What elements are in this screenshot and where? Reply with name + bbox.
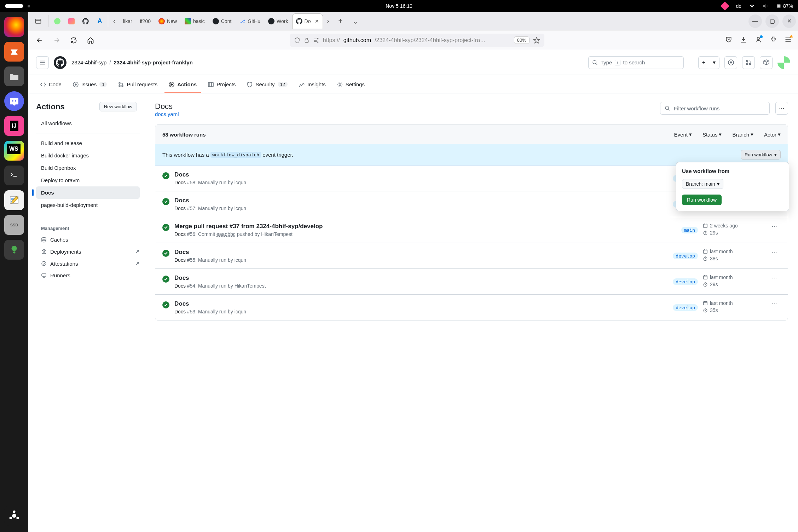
nav-code[interactable]: Code — [36, 78, 66, 93]
dock-trash[interactable] — [4, 240, 24, 260]
tab-scroll-left[interactable]: ‹ — [110, 17, 119, 25]
mgmt-caches[interactable]: Caches — [36, 234, 145, 245]
filter-branch[interactable]: Branch ▾ — [732, 131, 753, 138]
run-row[interactable]: Docs Docs #55: Manually run by icqun dev… — [155, 243, 788, 269]
new-tab-button[interactable]: + — [333, 14, 347, 28]
run-menu-button[interactable]: ⋯ — [768, 300, 781, 307]
back-button[interactable] — [35, 35, 45, 45]
pocket-icon[interactable] — [725, 36, 732, 45]
downloads-icon[interactable] — [740, 36, 747, 45]
nav-settings[interactable]: Settings — [333, 78, 369, 93]
filter-event[interactable]: Event ▾ — [674, 131, 692, 138]
window-minimize[interactable]: — — [748, 15, 762, 28]
filter-status[interactable]: Status ▾ — [702, 131, 722, 138]
nav-actions[interactable]: Actions — [164, 78, 201, 93]
workflow-yaml-link[interactable]: docs.yaml — [155, 111, 179, 117]
hamburger-menu[interactable] — [36, 56, 49, 69]
sidebar-toggle-icon[interactable] — [30, 13, 46, 29]
tab-scroll-right[interactable]: › — [323, 17, 332, 25]
pinned-tab-1[interactable] — [51, 14, 64, 29]
branch-tag[interactable]: develop — [673, 278, 698, 285]
volume-muted-icon[interactable] — [763, 3, 768, 9]
workflow-menu-button[interactable]: ⋯ — [775, 102, 788, 115]
nav-issues[interactable]: Issues1 — [69, 78, 111, 93]
nav-security[interactable]: Security12 — [243, 78, 292, 93]
clock[interactable]: Nov 5 16:10 — [386, 3, 412, 9]
pinned-tab-2[interactable] — [65, 14, 78, 29]
tab-3[interactable]: basic — [181, 14, 208, 29]
github-logo[interactable] — [54, 56, 66, 69]
mgmt-deployments[interactable]: Deployments↗ — [36, 245, 145, 258]
account-icon[interactable] — [755, 36, 762, 45]
dock-ubuntu-software[interactable] — [4, 42, 24, 62]
app-indicator-icon[interactable] — [721, 1, 729, 10]
battery-indicator[interactable]: 87% — [776, 3, 793, 9]
tab-4[interactable]: Cont — [209, 14, 235, 29]
activities-pill[interactable] — [5, 4, 23, 8]
run-row[interactable]: Docs Docs #53: Manually run by icqun dev… — [155, 295, 788, 320]
branch-tag[interactable]: develop — [673, 304, 698, 311]
sidebar-wf-3[interactable]: Deploy to oravm — [36, 174, 140, 186]
run-workflow-dropdown-button[interactable]: Run workflow ▾ — [741, 150, 781, 160]
reload-button[interactable] — [69, 35, 79, 45]
sidebar-wf-2[interactable]: Build Openbox — [36, 162, 140, 174]
branch-tag[interactable]: main — [681, 227, 698, 233]
filter-runs-input[interactable]: Filter workflow runs — [660, 102, 770, 115]
new-workflow-button[interactable]: New workflow — [99, 102, 137, 111]
close-tab-icon[interactable]: ✕ — [315, 18, 319, 24]
app-menu-icon[interactable] — [785, 36, 792, 45]
issues-tray-icon[interactable] — [724, 56, 737, 69]
run-row[interactable]: Merge pull request #37 from 2324-4bhif-s… — [155, 217, 788, 243]
nav-insights[interactable]: Insights — [295, 78, 330, 93]
run-menu-button[interactable]: ⋯ — [768, 249, 781, 255]
dock-intellij[interactable]: IJ — [4, 116, 24, 136]
tab-1[interactable]: if200 — [137, 14, 154, 29]
window-close[interactable]: ✕ — [782, 15, 796, 28]
notifications-icon[interactable] — [760, 56, 773, 69]
filter-actor[interactable]: Actor ▾ — [764, 131, 781, 138]
bookmark-star-icon[interactable] — [533, 37, 540, 44]
sidebar-wf-4[interactable]: Docs — [36, 186, 140, 199]
pinned-tab-3[interactable] — [79, 14, 92, 29]
dock-discord[interactable] — [4, 91, 24, 111]
tab-6[interactable]: Work — [265, 14, 291, 29]
global-search[interactable]: Type / to search — [588, 56, 684, 69]
mgmt-runners[interactable]: Runners — [36, 270, 145, 281]
run-menu-button[interactable]: ⋯ — [768, 274, 781, 281]
dock-terminal[interactable] — [4, 166, 24, 185]
pinned-tab-4[interactable]: A — [93, 14, 106, 29]
tab-7-active[interactable]: Do ✕ — [293, 14, 323, 29]
dock-firefox[interactable] — [4, 17, 24, 37]
sidebar-wf-1[interactable]: Build docker images — [36, 149, 140, 162]
pull-requests-tray-icon[interactable] — [742, 56, 755, 69]
mgmt-attestations[interactable]: Attestations↗ — [36, 258, 145, 270]
tab-2[interactable]: New — [155, 14, 180, 29]
keyboard-layout[interactable]: de — [736, 3, 741, 9]
home-button[interactable] — [86, 35, 96, 45]
sidebar-all-workflows[interactable]: All workflows — [36, 117, 140, 129]
window-maximize[interactable]: ▢ — [765, 15, 779, 28]
dock-text-editor[interactable] — [4, 190, 24, 210]
dock-show-apps[interactable] — [4, 506, 24, 526]
extensions-icon[interactable] — [770, 36, 777, 45]
nav-projects[interactable]: Projects — [204, 78, 240, 93]
dock-files[interactable] — [4, 66, 24, 86]
forward-button[interactable] — [52, 35, 62, 45]
sidebar-wf-0[interactable]: Build and release — [36, 137, 140, 149]
dock-webstorm[interactable] — [4, 141, 24, 161]
sidebar-wf-5[interactable]: pages-build-deployment — [36, 199, 140, 211]
run-workflow-submit-button[interactable]: Run workflow — [682, 195, 722, 205]
breadcrumb-owner[interactable]: 2324-4bhif-syp — [71, 59, 106, 65]
branch-selector[interactable]: Branch: main ▾ — [682, 179, 723, 189]
user-avatar[interactable] — [777, 56, 790, 69]
tab-5[interactable]: ⎇GitHu — [236, 14, 264, 29]
dock-ssd-drive[interactable]: SSD — [4, 215, 24, 235]
tab-0[interactable]: likar — [120, 14, 136, 29]
wifi-icon[interactable] — [749, 3, 755, 9]
address-bar[interactable]: https://github.com/2324-4bhif-syp/2324-4… — [290, 34, 544, 47]
zoom-indicator[interactable]: 80% — [514, 36, 530, 44]
run-row[interactable]: Docs Docs #54: Manually run by HikariTem… — [155, 269, 788, 295]
tab-list-button[interactable]: ⌄ — [348, 14, 362, 28]
nav-pulls[interactable]: Pull requests — [114, 78, 162, 93]
create-new-dropdown[interactable]: +▾ — [698, 56, 719, 69]
